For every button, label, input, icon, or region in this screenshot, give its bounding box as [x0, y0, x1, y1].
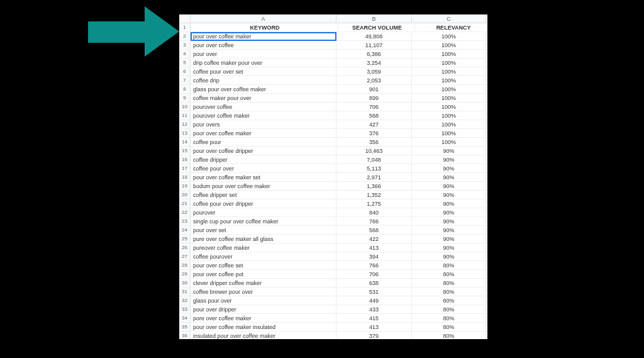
cell-volume[interactable]: 531: [336, 288, 412, 296]
row-number[interactable]: 26: [179, 243, 191, 252]
row-number[interactable]: 17: [179, 164, 191, 173]
cell-volume[interactable]: 1,275: [336, 199, 412, 208]
row-number[interactable]: 34: [179, 314, 191, 323]
cell-volume[interactable]: 899: [336, 94, 412, 103]
cell-keyword[interactable]: coffee drip: [191, 76, 336, 85]
row-number[interactable]: 22: [179, 208, 191, 217]
row-number[interactable]: 23: [179, 217, 191, 226]
header-volume[interactable]: SEARCH VOLUME: [340, 23, 415, 32]
cell-relevancy[interactable]: 90%: [412, 208, 486, 217]
cell-relevancy[interactable]: 80%: [412, 261, 486, 270]
row-number[interactable]: 29: [179, 270, 191, 279]
cell-relevancy[interactable]: 100%: [412, 120, 486, 129]
cell-keyword[interactable]: pour over coffee dripper: [191, 147, 336, 155]
cell-relevancy[interactable]: 100%: [412, 67, 486, 76]
row-number[interactable]: 6: [179, 67, 191, 76]
cell-volume[interactable]: 1,366: [336, 182, 412, 191]
cell-keyword[interactable]: pour over coffee maker set: [191, 173, 336, 182]
cell-keyword[interactable]: single cup pour over coffee maker: [191, 217, 336, 226]
cell-keyword[interactable]: poor over coffee maker: [191, 129, 336, 138]
cell-relevancy[interactable]: 80%: [412, 314, 486, 323]
cell-relevancy[interactable]: 100%: [412, 59, 486, 67]
cell-volume[interactable]: 568: [336, 111, 412, 120]
cell-volume[interactable]: 394: [336, 252, 412, 261]
cell-volume[interactable]: 5,113: [336, 164, 412, 173]
row-number[interactable]: 13: [179, 129, 191, 138]
row-number[interactable]: 10: [179, 103, 191, 111]
cell-relevancy[interactable]: 90%: [412, 147, 486, 155]
row-number[interactable]: 16: [179, 155, 191, 164]
cell-volume[interactable]: 427: [336, 120, 412, 129]
cell-volume[interactable]: 1,352: [336, 191, 412, 199]
cell-relevancy[interactable]: 100%: [412, 50, 486, 59]
cell-relevancy[interactable]: 90%: [412, 173, 486, 182]
cell-volume[interactable]: 415: [336, 314, 412, 323]
cell-keyword[interactable]: pourover coffee: [191, 103, 336, 111]
cell-keyword[interactable]: pour over coffee set: [191, 261, 336, 270]
cell-keyword[interactable]: pureover coffee maker: [191, 243, 336, 252]
cell-keyword[interactable]: glass pour over coffee maker: [191, 85, 336, 94]
cell-keyword[interactable]: coffee maker pour over: [191, 94, 336, 103]
row-number[interactable]: 3: [179, 41, 191, 50]
header-relevancy[interactable]: RELEVANCY: [417, 23, 487, 32]
cell-volume[interactable]: 840: [336, 208, 412, 217]
cell-relevancy[interactable]: 90%: [412, 191, 486, 199]
cell-relevancy[interactable]: 80%: [412, 323, 486, 332]
cell-keyword[interactable]: clever dripper coffee maker: [191, 279, 336, 288]
cell-keyword[interactable]: coffee brewer pour over: [191, 288, 336, 296]
cell-relevancy[interactable]: 80%: [412, 296, 486, 305]
cell-volume[interactable]: 3,059: [336, 67, 412, 76]
cell-keyword[interactable]: pour over coffee maker: [191, 32, 336, 41]
cell-volume[interactable]: 7,048: [336, 155, 412, 164]
cell-volume[interactable]: 901: [336, 85, 412, 94]
cell-keyword[interactable]: pourover: [191, 208, 336, 217]
row-number[interactable]: 18: [179, 173, 191, 182]
cell-volume[interactable]: 766: [336, 261, 412, 270]
row-number[interactable]: 31: [179, 288, 191, 296]
cell-keyword[interactable]: coffee pour over set: [191, 67, 336, 76]
cell-relevancy[interactable]: 100%: [412, 94, 486, 103]
row-number[interactable]: 36: [179, 332, 191, 339]
cell-keyword[interactable]: pour over coffee pot: [191, 270, 336, 279]
row-number[interactable]: 30: [179, 279, 191, 288]
row-number[interactable]: 35: [179, 323, 191, 332]
cell-relevancy[interactable]: 100%: [412, 41, 486, 50]
cell-relevancy[interactable]: 100%: [412, 129, 486, 138]
cell-volume[interactable]: 376: [336, 129, 412, 138]
column-header-A[interactable]: A: [191, 14, 336, 23]
row-number[interactable]: 24: [179, 226, 191, 235]
cell-relevancy[interactable]: 80%: [412, 288, 486, 296]
cell-keyword[interactable]: pure over coffee maker all glass: [191, 235, 336, 243]
cell-relevancy[interactable]: 100%: [412, 76, 486, 85]
cell-volume[interactable]: 379: [336, 332, 412, 339]
row-number[interactable]: 33: [179, 305, 191, 314]
cell-relevancy[interactable]: 100%: [412, 32, 486, 41]
row-number[interactable]: 7: [179, 76, 191, 85]
header-keyword[interactable]: KEYWORD: [192, 23, 338, 32]
cell-keyword[interactable]: pour over dripper: [191, 305, 336, 314]
row-number[interactable]: 11: [179, 111, 191, 120]
row-number[interactable]: 14: [179, 138, 191, 147]
cell-keyword[interactable]: pour over coffee maker insulated: [191, 323, 336, 332]
row-number[interactable]: 32: [179, 296, 191, 305]
cell-relevancy[interactable]: 90%: [412, 243, 486, 252]
row-number[interactable]: 12: [179, 120, 191, 129]
cell-keyword[interactable]: pore over coffee maker: [191, 314, 336, 323]
cell-volume[interactable]: 11,107: [336, 41, 412, 50]
cell-keyword[interactable]: pour over coffee: [191, 41, 336, 50]
cell-volume[interactable]: 2,971: [336, 173, 412, 182]
cell-relevancy[interactable]: 90%: [412, 155, 486, 164]
row-number[interactable]: 20: [179, 191, 191, 199]
row-number[interactable]: 1: [179, 23, 191, 32]
cell-volume[interactable]: 422: [336, 235, 412, 243]
cell-keyword[interactable]: bodum pour over coffee maker: [191, 182, 336, 191]
cell-volume[interactable]: 3,254: [336, 59, 412, 67]
cell-volume[interactable]: 706: [336, 103, 412, 111]
cell-keyword[interactable]: pourover coffee maker: [191, 111, 336, 120]
cell-relevancy[interactable]: 100%: [412, 103, 486, 111]
cell-relevancy[interactable]: 90%: [412, 217, 486, 226]
cell-volume[interactable]: 638: [336, 279, 412, 288]
cell-relevancy[interactable]: 80%: [412, 270, 486, 279]
cell-volume[interactable]: 413: [336, 243, 412, 252]
cell-keyword[interactable]: coffee dripper: [191, 155, 336, 164]
